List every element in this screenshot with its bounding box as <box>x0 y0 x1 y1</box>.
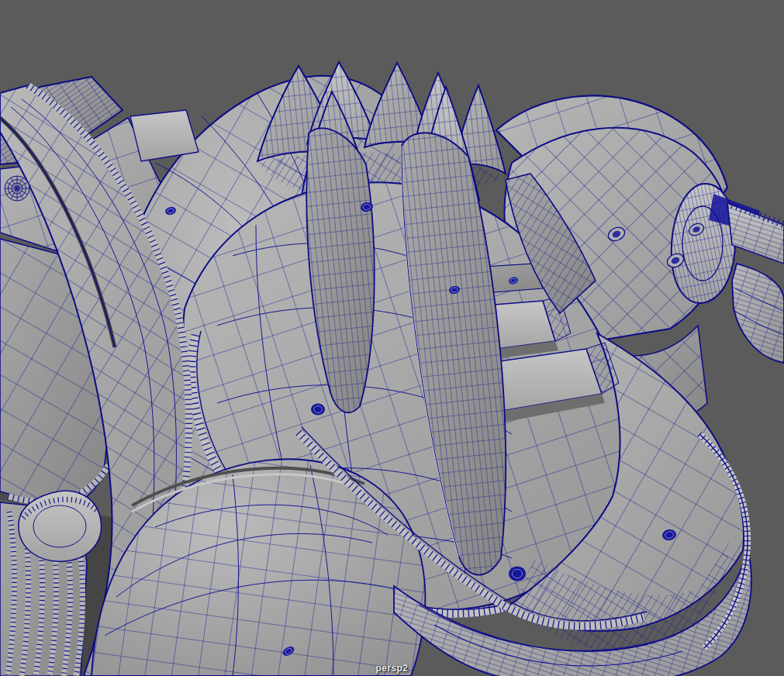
maya-3d-viewport[interactable]: persp2 <box>0 0 784 676</box>
radial-web-bolt[interactable] <box>5 176 29 201</box>
wireframe-mesh-canvas[interactable] <box>0 0 784 676</box>
camera-label[interactable]: persp2 <box>0 663 784 674</box>
